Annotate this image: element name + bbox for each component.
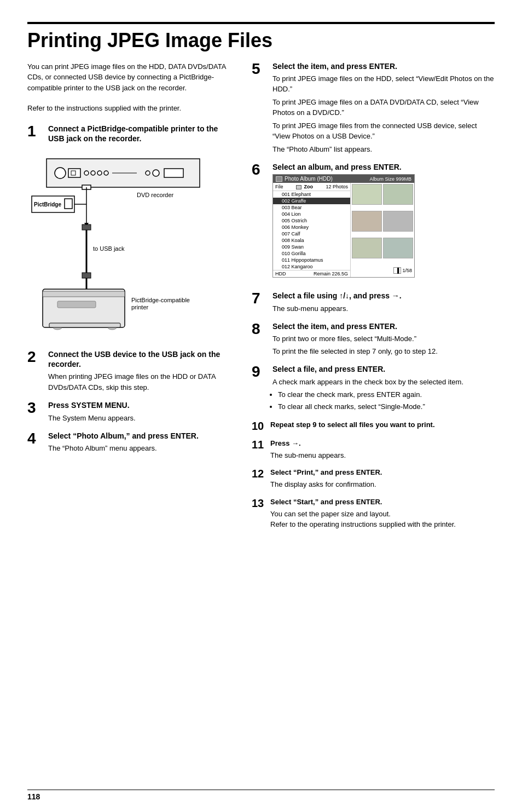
step-8-title: Select the item, and press ENTER. — [272, 321, 495, 331]
step-1: 1 Connect a PictBridge-compatible printe… — [27, 124, 235, 146]
step-13-number: 13 — [252, 498, 266, 509]
step-7-content: Select a file using ↑/↓, and press →. Th… — [272, 291, 495, 314]
photo-album-body: File Zoo 12 Photos 001 Elephant 002 G — [273, 183, 414, 277]
svg-rect-10 — [164, 169, 183, 177]
step-5-body1: To print JPEG image files on the HDD, se… — [272, 73, 495, 95]
step-4-content: Select “Photo Album,” and press ENTER. T… — [48, 431, 235, 454]
svg-text:to USB jack: to USB jack — [93, 245, 125, 252]
left-column: You can print JPEG image files on the HD… — [27, 61, 235, 779]
bottom-rule — [27, 790, 495, 791]
pa-item-005: 005 Ostrich — [273, 217, 350, 224]
svg-text:DVD recorder: DVD recorder — [137, 192, 174, 198]
step-11: 11 Press →. The sub-menu appears. — [252, 439, 495, 460]
step-11-title: Press →. — [270, 439, 495, 448]
svg-point-4 — [84, 171, 89, 175]
step-7: 7 Select a file using ↑/↓, and press →. … — [252, 291, 495, 314]
step-5-title: Select the item, and press ENTER. — [272, 61, 495, 71]
thumb-1 — [352, 184, 382, 205]
step-13-body2: Refer to the operating instructions supp… — [270, 519, 495, 530]
step-10-content: Repeat step 9 to select all files you wa… — [270, 421, 495, 431]
step-9-number: 9 — [252, 364, 268, 379]
thumb-4 — [383, 211, 413, 232]
svg-point-8 — [146, 171, 150, 175]
pa-right-panel: ▐ 1/58 — [351, 183, 414, 277]
pa-item-001: 001 Elephant — [273, 191, 350, 198]
step-7-body: The sub-menu appears. — [272, 303, 495, 314]
photo-album-title-bar: Photo Album (HDD) Album Size 999MB — [273, 175, 414, 183]
page-number: 118 — [27, 792, 40, 801]
svg-rect-3 — [71, 171, 76, 175]
step-9-body: A check mark appears in the check box by… — [272, 377, 495, 388]
svg-point-5 — [91, 171, 95, 175]
pa-footer: HDD Remain 226.5G — [273, 270, 350, 277]
step-7-number: 7 — [252, 291, 268, 306]
two-col-layout: You can print JPEG image files on the HD… — [27, 61, 495, 779]
thumb-5 — [352, 238, 382, 258]
right-column: 5 Select the item, and press ENTER. To p… — [252, 61, 495, 779]
step-6-number: 6 — [252, 162, 268, 177]
step-5-body2: To print JPEG image files on a DATA DVD/… — [272, 97, 495, 118]
step-6-content: Select an album, and press ENTER. Photo … — [272, 162, 495, 283]
thumb-2 — [383, 184, 413, 205]
step-3: 3 Press SYSTEM MENU. The System Menu app… — [27, 400, 235, 423]
step-5: 5 Select the item, and press ENTER. To p… — [252, 61, 495, 155]
step-5-body4: The “Photo Album” list appears. — [272, 144, 495, 155]
top-rule — [27, 22, 495, 24]
intro-text2: Refer to the instructions supplied with … — [27, 103, 235, 114]
step-9-title: Select a file, and press ENTER. — [272, 364, 495, 374]
page-title: Printing JPEG Image Files — [27, 30, 495, 51]
svg-rect-20 — [82, 224, 91, 230]
step-11-content: Press →. The sub-menu appears. — [270, 439, 495, 460]
step-12-title: Select “Print,” and press ENTER. — [270, 468, 495, 477]
step-12-number: 12 — [252, 468, 266, 479]
pa-folder-name: Zoo — [296, 184, 313, 189]
step-9-bullets: To clear the check mark, press ENTER aga… — [278, 389, 495, 412]
step-2-number: 2 — [27, 349, 44, 365]
photo-album-screenshot: Photo Album (HDD) Album Size 999MB File … — [272, 174, 415, 278]
step-3-content: Press SYSTEM MENU. The System Menu appea… — [48, 400, 235, 423]
pa-remain: Remain 226.5G — [314, 271, 348, 277]
step-9-content: Select a file, and press ENTER. A check … — [272, 364, 495, 413]
step-5-content: Select the item, and press ENTER. To pri… — [272, 61, 495, 155]
pa-item-012: 012 Kangaroo — [273, 263, 350, 270]
step-10: 10 Repeat step 9 to select all files you… — [252, 421, 495, 431]
step-2-content: Connect the USB device to the USB jack o… — [48, 349, 235, 393]
step-13: 13 Select “Start,” and press ENTER. You … — [252, 498, 495, 530]
step-2-title: Connect the USB device to the USB jack o… — [48, 349, 235, 369]
pa-header: File Zoo 12 Photos — [273, 183, 350, 191]
step-8: 8 Select the item, and press ENTER. To p… — [252, 321, 495, 356]
pa-photos-count: 12 Photos — [326, 184, 348, 189]
step-4-number: 4 — [27, 431, 44, 446]
pa-left-panel: File Zoo 12 Photos 001 Elephant 002 G — [273, 183, 351, 277]
pa-item-009: 009 Swan — [273, 244, 350, 250]
pa-hdd-label: HDD — [275, 271, 286, 277]
step-12-content: Select “Print,” and press ENTER. The dis… — [270, 468, 495, 489]
pa-item-007: 007 Calf — [273, 231, 350, 237]
svg-point-1 — [55, 168, 66, 178]
photo-album-icon — [276, 176, 282, 182]
svg-point-9 — [153, 170, 159, 176]
svg-rect-24 — [43, 289, 125, 327]
thumb-6 — [383, 238, 413, 258]
step-3-body: The System Menu appears. — [48, 413, 235, 424]
svg-text:PictBridge-compatible: PictBridge-compatible — [131, 297, 190, 303]
svg-rect-22 — [82, 273, 91, 278]
pa-item-011: 011 Hippopotamus — [273, 257, 350, 263]
pa-item-006: 006 Monkey — [273, 224, 350, 231]
svg-rect-25 — [43, 291, 125, 297]
pa-page-indicator: 1/58 — [402, 268, 412, 273]
thumb-3 — [352, 211, 382, 232]
step-5-number: 5 — [252, 61, 268, 77]
svg-rect-0 — [47, 159, 200, 187]
step-4-body: The “Photo Album” menu appears. — [48, 443, 235, 454]
photo-album-size: Album Size 999MB — [369, 176, 411, 182]
svg-point-27 — [53, 325, 62, 330]
step-1-title: Connect a PictBridge-compatible printer … — [48, 124, 235, 143]
step-4: 4 Select “Photo Album,” and press ENTER.… — [27, 431, 235, 454]
pa-item-008: 008 Koala — [273, 237, 350, 244]
step-8-body1: To print two or more files, select “Mult… — [272, 333, 495, 344]
step-12: 12 Select “Print,” and press ENTER. The … — [252, 468, 495, 489]
step-12-body: The display asks for confirmation. — [270, 479, 495, 490]
step-11-number: 11 — [252, 439, 266, 450]
svg-rect-26 — [57, 301, 96, 308]
